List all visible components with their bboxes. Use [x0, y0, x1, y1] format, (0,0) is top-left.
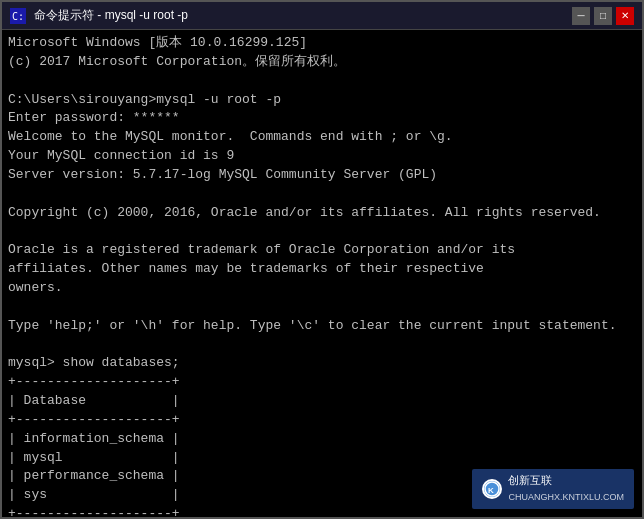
maximize-button[interactable]: □ — [594, 7, 612, 25]
watermark-logo: K — [482, 479, 502, 499]
terminal-output: Microsoft Windows [版本 10.0.16299.125] (c… — [8, 34, 636, 517]
cmd-icon: C: — [10, 8, 26, 24]
title-bar: C: 命令提示符 - mysql -u root -p ─ □ ✕ — [2, 2, 642, 30]
close-button[interactable]: ✕ — [616, 7, 634, 25]
title-bar-text: 命令提示符 - mysql -u root -p — [34, 7, 564, 24]
terminal-window: C: 命令提示符 - mysql -u root -p ─ □ ✕ Micros… — [0, 0, 644, 519]
minimize-button[interactable]: ─ — [572, 7, 590, 25]
svg-text:K: K — [488, 486, 494, 495]
watermark: K 创新互联 CHUANGHX.KNTIXLU.COM — [472, 469, 634, 509]
terminal-body[interactable]: Microsoft Windows [版本 10.0.16299.125] (c… — [2, 30, 642, 517]
watermark-text: 创新互联 CHUANGHX.KNTIXLU.COM — [508, 473, 624, 505]
window-controls: ─ □ ✕ — [572, 7, 634, 25]
svg-text:C:: C: — [12, 11, 24, 22]
